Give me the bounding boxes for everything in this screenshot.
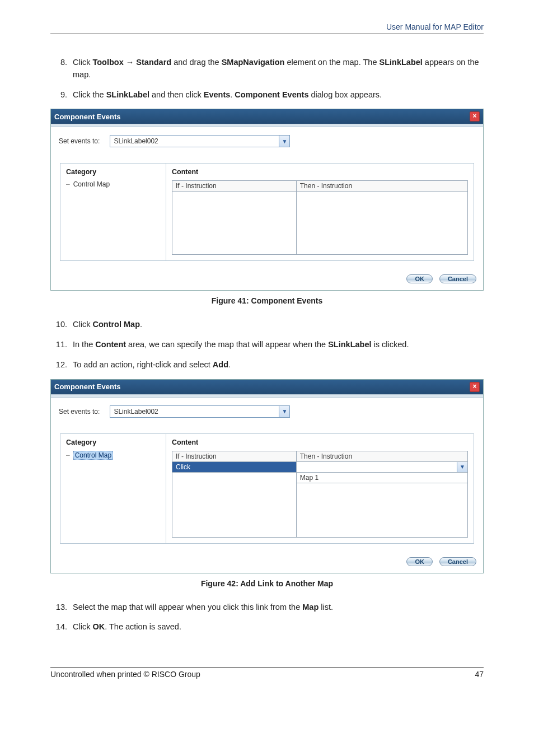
close-icon[interactable]: × — [470, 111, 480, 122]
chevron-down-icon[interactable]: ▼ — [457, 462, 467, 472]
step-text: To add an action, right-click and select… — [73, 359, 484, 371]
step-number: 13. — [50, 601, 73, 614]
step-number: 10. — [50, 319, 73, 331]
tree-collapse-icon: – — [66, 451, 70, 459]
set-events-value: SLinkLabel002 — [110, 407, 279, 417]
instruction-step: 10.Click Control Map. — [50, 319, 484, 331]
step-text: Click Toolbox → Standard and drag the SM… — [73, 57, 484, 81]
content-header: Content — [172, 168, 468, 176]
if-click-cell[interactable]: Click — [172, 461, 297, 472]
tree-collapse-icon: – — [66, 180, 70, 188]
ok-button[interactable]: OK — [406, 274, 433, 283]
col-if: If - Instruction — [172, 451, 297, 461]
if-cell[interactable] — [172, 192, 297, 255]
dialog-title: Component Events — [54, 382, 120, 391]
step-number: 8. — [50, 57, 73, 81]
header-rule — [50, 34, 484, 34]
set-events-label: Set events to: — [59, 408, 100, 416]
dialog-title: Component Events — [54, 113, 120, 121]
col-then: Then - Instruction — [296, 451, 467, 461]
col-then: Then - Instruction — [296, 181, 467, 192]
step-list-b: 10.Click Control Map.11.In the Content a… — [50, 319, 484, 371]
step-text: Click OK. The action is saved. — [73, 621, 484, 633]
then-click-cell[interactable]: ▼ — [296, 461, 467, 472]
content-header: Content — [172, 438, 468, 446]
step-list-a: 8.Click Toolbox → Standard and drag the … — [50, 57, 484, 101]
content-table[interactable]: If - Instruction Then - Instruction — [172, 180, 468, 255]
step-number: 9. — [50, 89, 73, 101]
set-events-combo[interactable]: SLinkLabel002 ▼ — [110, 135, 290, 147]
set-events-label: Set events to: — [59, 137, 100, 145]
component-events-dialog-1: Component Events × Set events to: SLinkL… — [50, 109, 484, 291]
instruction-step: 11.In the Content area, we can specify t… — [50, 339, 484, 351]
content-table[interactable]: If - Instruction Then - Instruction Clic… — [172, 451, 468, 538]
instruction-step: 13.Select the map that will appear when … — [50, 601, 484, 614]
instruction-step: 14.Click OK. The action is saved. — [50, 621, 484, 633]
page-number: 47 — [475, 670, 484, 679]
step-text: Click the SLinkLabel and then click Even… — [73, 89, 484, 101]
instruction-step: 12.To add an action, right-click and sel… — [50, 359, 484, 371]
category-header: Category — [66, 168, 160, 176]
category-item-control-map[interactable]: – Control Map — [66, 180, 160, 188]
footer-left: Uncontrolled when printed © RISCO Group — [50, 670, 200, 679]
step-number: 12. — [50, 359, 73, 371]
set-events-value: SLinkLabel002 — [110, 136, 279, 146]
figure-41-caption: Figure 41: Component Events — [50, 296, 484, 305]
dialog-title-bar: Component Events × — [51, 380, 483, 394]
instruction-step: 8.Click Toolbox → Standard and drag the … — [50, 57, 484, 81]
step-text: Click Control Map. — [73, 319, 484, 331]
cancel-button[interactable]: Cancel — [439, 557, 476, 566]
category-item-control-map[interactable]: – Control Map — [66, 451, 160, 460]
page-header: User Manual for MAP Editor — [50, 22, 484, 31]
then-cell[interactable] — [296, 192, 467, 255]
chevron-down-icon[interactable]: ▼ — [279, 406, 289, 417]
ok-button[interactable]: OK — [406, 557, 433, 566]
figure-42-caption: Figure 42: Add Link to Another Map — [50, 579, 484, 588]
step-text: Select the map that will appear when you… — [73, 601, 484, 614]
instruction-step: 9.Click the SLinkLabel and then click Ev… — [50, 89, 484, 101]
category-header: Category — [66, 438, 160, 446]
step-list-c: 13.Select the map that will appear when … — [50, 601, 484, 634]
close-icon[interactable]: × — [470, 382, 480, 392]
chevron-down-icon[interactable]: ▼ — [279, 136, 289, 147]
step-text: In the Content area, we can specify the … — [73, 339, 484, 351]
step-number: 11. — [50, 339, 73, 351]
events-panel: Category – Control Map Content If - Inst… — [60, 433, 474, 544]
dialog-title-bar: Component Events × — [51, 109, 483, 124]
step-number: 14. — [50, 621, 73, 633]
col-if: If - Instruction — [172, 181, 297, 192]
events-panel: Category – Control Map Content If - Inst… — [60, 163, 474, 261]
cancel-button[interactable]: Cancel — [439, 274, 476, 283]
component-events-dialog-2: Component Events × Set events to: SLinkL… — [50, 379, 484, 573]
map-select-cell[interactable]: Map 1 — [296, 472, 467, 483]
set-events-combo[interactable]: SLinkLabel002 ▼ — [110, 405, 290, 418]
